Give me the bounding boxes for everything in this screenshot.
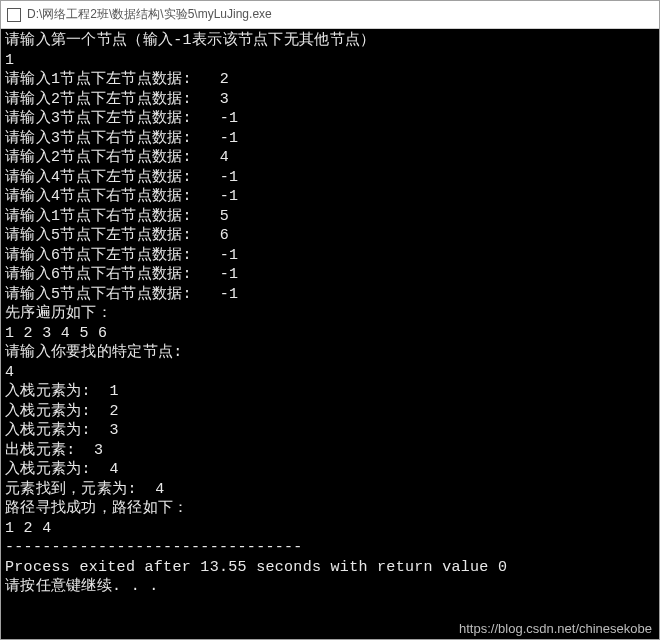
console-line: 请输入6节点下右节点数据: -1 <box>5 265 655 285</box>
console-line: 1 2 3 4 5 6 <box>5 324 655 344</box>
console-line: 请输入第一个节点（输入-1表示该节点下无其他节点） <box>5 31 655 51</box>
console-line: 请输入4节点下左节点数据: -1 <box>5 168 655 188</box>
app-icon <box>7 8 21 22</box>
console-line: 1 <box>5 51 655 71</box>
console-line: 请输入3节点下左节点数据: -1 <box>5 109 655 129</box>
console-line: 请输入5节点下左节点数据: 6 <box>5 226 655 246</box>
console-line: 请输入2节点下左节点数据: 3 <box>5 90 655 110</box>
console-line: 请输入5节点下右节点数据: -1 <box>5 285 655 305</box>
console-output[interactable]: 请输入第一个节点（输入-1表示该节点下无其他节点）1请输入1节点下左节点数据: … <box>1 29 659 639</box>
console-line: -------------------------------- <box>5 538 655 558</box>
titlebar[interactable]: D:\网络工程2班\数据结构\实验5\myLuJing.exe <box>1 1 659 29</box>
console-line: 入栈元素为: 2 <box>5 402 655 422</box>
console-line: 请输入4节点下右节点数据: -1 <box>5 187 655 207</box>
console-line: 请输入6节点下左节点数据: -1 <box>5 246 655 266</box>
console-line: 元素找到，元素为: 4 <box>5 480 655 500</box>
console-line: 1 2 4 <box>5 519 655 539</box>
console-line: 先序遍历如下： <box>5 304 655 324</box>
console-line: 请输入2节点下右节点数据: 4 <box>5 148 655 168</box>
console-line: 请输入1节点下左节点数据: 2 <box>5 70 655 90</box>
window-title: D:\网络工程2班\数据结构\实验5\myLuJing.exe <box>27 6 272 23</box>
console-line: 请输入你要找的特定节点: <box>5 343 655 363</box>
console-line: 请按任意键继续. . . <box>5 577 655 597</box>
console-line: 请输入1节点下右节点数据: 5 <box>5 207 655 227</box>
console-line: 路径寻找成功，路径如下： <box>5 499 655 519</box>
console-line: 入栈元素为: 1 <box>5 382 655 402</box>
console-line: 入栈元素为: 4 <box>5 460 655 480</box>
app-window: D:\网络工程2班\数据结构\实验5\myLuJing.exe 请输入第一个节点… <box>0 0 660 640</box>
console-line: 请输入3节点下右节点数据: -1 <box>5 129 655 149</box>
console-line: Process exited after 13.55 seconds with … <box>5 558 655 578</box>
console-line: 入栈元素为: 3 <box>5 421 655 441</box>
console-line: 出栈元素: 3 <box>5 441 655 461</box>
console-line: 4 <box>5 363 655 383</box>
